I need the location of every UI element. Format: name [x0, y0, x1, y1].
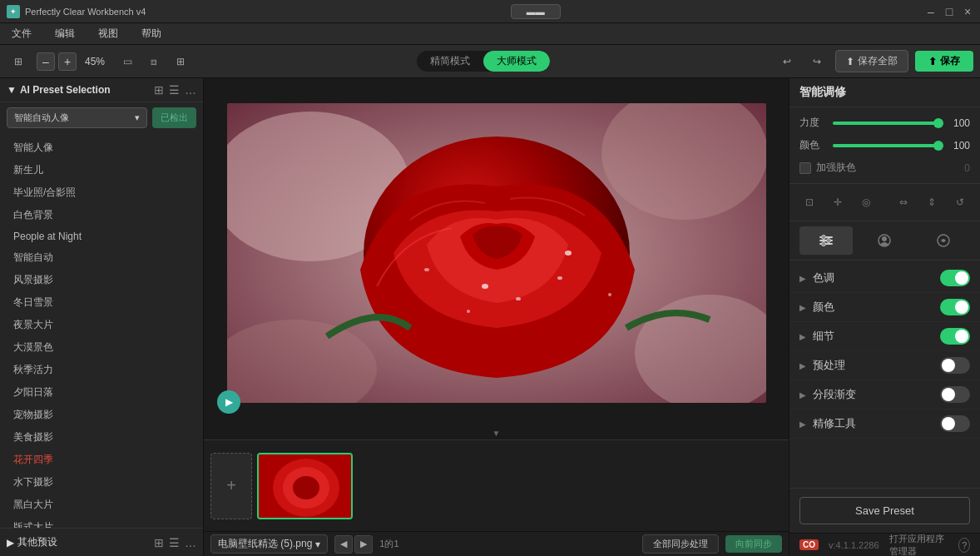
- toggle-switch-4[interactable]: [940, 386, 970, 403]
- undo-button[interactable]: ↩: [775, 50, 799, 73]
- play-button[interactable]: ▶: [217, 390, 240, 414]
- preset-item-6[interactable]: 风景摄影: [0, 269, 203, 291]
- maximize-button[interactable]: □: [943, 6, 955, 17]
- toggle-label-3[interactable]: 预处理: [813, 358, 933, 373]
- save-button[interactable]: ⬆ 保存: [915, 51, 973, 72]
- forward-sync-button[interactable]: 向前同步: [725, 535, 782, 553]
- toggle-switch-3[interactable]: [940, 357, 970, 374]
- app-manager-button[interactable]: 打开应用程序管理器: [889, 533, 949, 557]
- toggle-label-0[interactable]: 色调: [813, 271, 933, 285]
- toggle-label-5[interactable]: 精修工具: [813, 416, 933, 431]
- toggle-switch-0[interactable]: [940, 270, 970, 286]
- title-bar-controls[interactable]: – □ ×: [925, 6, 973, 17]
- save-preset-area: Save Preset: [789, 488, 980, 533]
- view-single-icon[interactable]: ▭: [116, 51, 138, 72]
- more-options-icon[interactable]: …: [185, 83, 196, 97]
- grid-view-icon[interactable]: ⊞: [154, 83, 164, 97]
- list-view-icon[interactable]: ☰: [169, 83, 180, 97]
- tool-tabs: [789, 221, 980, 261]
- strength-label: 力度: [799, 116, 826, 130]
- preset-item-9[interactable]: 大漠景色: [0, 336, 203, 359]
- preset-item-15[interactable]: 水下摄影: [0, 471, 203, 494]
- preset-item-4[interactable]: People at Night: [0, 226, 203, 246]
- svg-point-12: [608, 293, 611, 296]
- toggle-switch-1[interactable]: [940, 299, 970, 315]
- strength-thumb[interactable]: [933, 118, 943, 128]
- preset-dropdown[interactable]: 智能自动人像 ▾: [7, 107, 147, 128]
- preset-item-10[interactable]: 秋季活力: [0, 359, 203, 381]
- minimize-button[interactable]: –: [925, 6, 937, 17]
- other-list-icon[interactable]: ☰: [169, 536, 180, 549]
- crop-icon[interactable]: ⊡: [799, 191, 819, 214]
- preset-item-13[interactable]: 美食摄影: [0, 426, 203, 449]
- collapse-button[interactable]: ▼: [204, 427, 789, 439]
- pro-mode-button[interactable]: 大师模式: [483, 51, 550, 72]
- toggle-switch-2[interactable]: [940, 328, 970, 345]
- reset-icon[interactable]: ↺: [950, 191, 970, 214]
- nav-prev-button[interactable]: ◀: [334, 535, 353, 554]
- preset-item-12[interactable]: 宠物摄影: [0, 404, 203, 426]
- color-slider-label: 颜色: [799, 138, 826, 152]
- preset-item-2[interactable]: 毕业照/合影照: [0, 181, 203, 204]
- svg-point-6: [482, 284, 488, 289]
- save-all-button[interactable]: ⬆ 保存全部: [835, 50, 908, 72]
- preset-item-1[interactable]: 新生儿: [0, 159, 203, 181]
- toggle-color: ▶ 颜色: [789, 293, 980, 322]
- rotate-icon[interactable]: ◎: [856, 191, 876, 214]
- detected-button[interactable]: 已检出: [152, 107, 196, 128]
- canvas-area: ▶: [204, 78, 789, 427]
- toggle-switch-5[interactable]: [940, 415, 970, 432]
- zoom-out-button[interactable]: –: [37, 52, 55, 71]
- color-slider-value: 100: [947, 140, 970, 151]
- color-track[interactable]: [833, 144, 940, 147]
- close-button[interactable]: ×: [962, 6, 973, 17]
- center-area: ▶ ▼ + 电脑壁纸精选 (5).png ▾ ◀: [204, 78, 789, 556]
- view-grid-icon[interactable]: ⊞: [170, 51, 191, 72]
- sync-all-button[interactable]: 全部同步处理: [642, 534, 719, 554]
- filmstrip-thumbnail-1[interactable]: [257, 453, 353, 519]
- other-grid-icon[interactable]: ⊞: [154, 536, 164, 549]
- preset-item-7[interactable]: 冬日雪景: [0, 291, 203, 314]
- other-more-icon[interactable]: …: [185, 536, 196, 549]
- skin-tone-checkbox[interactable]: [799, 162, 811, 174]
- redo-button[interactable]: ↪: [805, 50, 829, 73]
- toggle-color-tone: ▶ 色调: [789, 264, 980, 293]
- preset-item-17[interactable]: 版式大片: [0, 516, 203, 528]
- mirror-icon[interactable]: ⇔: [893, 191, 913, 214]
- other-presets-arrow: ▶: [7, 537, 14, 549]
- other-presets-label: 其他预设: [17, 535, 57, 549]
- menu-view[interactable]: 视图: [93, 25, 123, 42]
- tab-adjust[interactable]: [799, 226, 853, 255]
- help-icon[interactable]: ?: [958, 538, 970, 553]
- panel-title-arrow: ▼: [7, 84, 17, 96]
- preset-item-5[interactable]: 智能自动: [0, 246, 203, 269]
- preset-item-11[interactable]: 夕阳日落: [0, 381, 203, 404]
- menu-file[interactable]: 文件: [7, 25, 37, 42]
- view-split-icon[interactable]: ⧈: [143, 51, 165, 72]
- preset-item-8[interactable]: 夜景大片: [0, 314, 203, 336]
- tab-retouch[interactable]: [917, 226, 970, 255]
- preset-item-0[interactable]: 智能人像: [0, 137, 203, 159]
- toggle-label-4[interactable]: 分段渐变: [813, 387, 933, 402]
- toggle-arrow-3: ▶: [799, 361, 806, 370]
- preset-item-16[interactable]: 黑白大片: [0, 494, 203, 516]
- nav-next-button[interactable]: ▶: [354, 535, 373, 554]
- transform-icon[interactable]: ✛: [828, 191, 848, 214]
- toggle-label-1[interactable]: 颜色: [813, 300, 933, 315]
- strength-track[interactable]: [833, 122, 940, 125]
- menu-edit[interactable]: 编辑: [50, 25, 80, 42]
- expand-icon[interactable]: ⊞: [7, 50, 30, 73]
- co-badge: CO: [799, 539, 819, 550]
- save-preset-button[interactable]: Save Preset: [799, 497, 970, 524]
- toggle-label-2[interactable]: 细节: [813, 329, 933, 344]
- flip-icon[interactable]: ⇕: [922, 191, 942, 214]
- preset-item-14[interactable]: 花开四季: [0, 449, 203, 471]
- simple-mode-button[interactable]: 精简模式: [417, 51, 483, 72]
- add-image-button[interactable]: +: [210, 453, 252, 519]
- preset-item-3[interactable]: 白色背景: [0, 204, 203, 226]
- tab-skin[interactable]: [858, 226, 911, 255]
- color-thumb[interactable]: [933, 141, 943, 151]
- menu-help[interactable]: 帮助: [136, 25, 166, 42]
- other-presets-header[interactable]: ▶ 其他预设 ⊞ ☰ …: [0, 529, 203, 556]
- zoom-in-button[interactable]: +: [58, 52, 77, 71]
